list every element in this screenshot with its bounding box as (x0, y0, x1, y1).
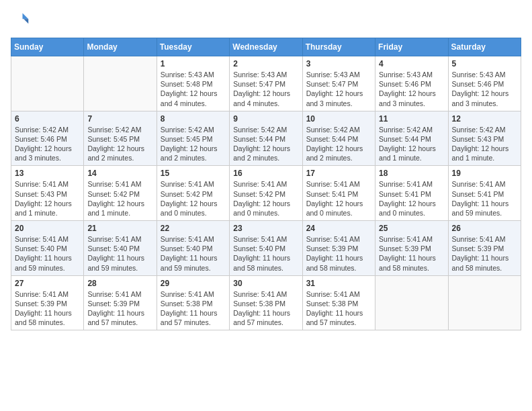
day-info: Sunrise: 5:43 AM Sunset: 5:48 PM Dayligh… (161, 70, 226, 108)
day-info: Sunrise: 5:42 AM Sunset: 5:44 PM Dayligh… (379, 125, 444, 163)
logo (11, 11, 32, 30)
calendar-cell: 21Sunrise: 5:41 AM Sunset: 5:40 PM Dayli… (84, 221, 157, 276)
svg-marker-0 (23, 13, 29, 19)
day-info: Sunrise: 5:43 AM Sunset: 5:47 PM Dayligh… (233, 70, 298, 108)
day-info: Sunrise: 5:41 AM Sunset: 5:38 PM Dayligh… (233, 289, 298, 328)
day-info: Sunrise: 5:41 AM Sunset: 5:39 PM Dayligh… (87, 289, 152, 328)
day-number: 10 (306, 114, 371, 124)
col-header-tuesday: Tuesday (157, 38, 229, 56)
day-info: Sunrise: 5:41 AM Sunset: 5:42 PM Dayligh… (233, 179, 298, 218)
day-info: Sunrise: 5:43 AM Sunset: 5:46 PM Dayligh… (379, 70, 444, 108)
day-info: Sunrise: 5:41 AM Sunset: 5:40 PM Dayligh… (233, 234, 298, 273)
day-number: 18 (379, 169, 444, 178)
day-info: Sunrise: 5:41 AM Sunset: 5:41 PM Dayligh… (379, 179, 444, 218)
day-number: 2 (233, 59, 298, 68)
day-number: 8 (161, 114, 226, 124)
calendar-cell (375, 275, 448, 330)
col-header-thursday: Thursday (302, 38, 375, 56)
calendar-cell: 29Sunrise: 5:41 AM Sunset: 5:38 PM Dayli… (157, 275, 229, 330)
day-info: Sunrise: 5:41 AM Sunset: 5:40 PM Dayligh… (87, 234, 152, 273)
calendar-cell: 24Sunrise: 5:41 AM Sunset: 5:39 PM Dayli… (302, 221, 375, 276)
calendar-cell: 15Sunrise: 5:41 AM Sunset: 5:42 PM Dayli… (157, 166, 229, 221)
calendar-cell: 11Sunrise: 5:42 AM Sunset: 5:44 PM Dayli… (375, 111, 448, 166)
day-number: 16 (233, 169, 298, 178)
calendar-cell: 27Sunrise: 5:41 AM Sunset: 5:39 PM Dayli… (11, 275, 84, 330)
day-number: 3 (306, 59, 371, 68)
day-number: 31 (306, 279, 371, 288)
calendar-cell: 18Sunrise: 5:41 AM Sunset: 5:41 PM Dayli… (375, 166, 448, 221)
day-info: Sunrise: 5:41 AM Sunset: 5:42 PM Dayligh… (161, 179, 226, 218)
day-info: Sunrise: 5:41 AM Sunset: 5:40 PM Dayligh… (15, 234, 80, 273)
calendar-cell: 10Sunrise: 5:42 AM Sunset: 5:44 PM Dayli… (302, 111, 375, 166)
day-number: 20 (15, 224, 80, 233)
calendar-cell: 30Sunrise: 5:41 AM Sunset: 5:38 PM Dayli… (230, 275, 302, 330)
day-number: 13 (15, 169, 80, 178)
day-info: Sunrise: 5:41 AM Sunset: 5:39 PM Dayligh… (15, 289, 80, 328)
day-number: 17 (306, 169, 371, 178)
calendar-header-row: SundayMondayTuesdayWednesdayThursdayFrid… (11, 38, 521, 56)
day-info: Sunrise: 5:41 AM Sunset: 5:38 PM Dayligh… (306, 289, 371, 328)
calendar-cell: 14Sunrise: 5:41 AM Sunset: 5:42 PM Dayli… (84, 166, 157, 221)
day-number: 12 (452, 114, 517, 124)
calendar-cell: 17Sunrise: 5:41 AM Sunset: 5:41 PM Dayli… (302, 166, 375, 221)
day-number: 25 (379, 224, 444, 233)
day-number: 14 (87, 169, 152, 178)
day-number: 6 (15, 114, 80, 124)
calendar-week-3: 13Sunrise: 5:41 AM Sunset: 5:43 PM Dayli… (11, 166, 521, 221)
day-number: 22 (161, 224, 226, 233)
calendar-cell: 7Sunrise: 5:42 AM Sunset: 5:45 PM Daylig… (84, 111, 157, 166)
calendar-cell: 8Sunrise: 5:42 AM Sunset: 5:45 PM Daylig… (157, 111, 229, 166)
day-number: 27 (15, 279, 80, 288)
calendar-cell: 25Sunrise: 5:41 AM Sunset: 5:39 PM Dayli… (375, 221, 448, 276)
day-info: Sunrise: 5:41 AM Sunset: 5:41 PM Dayligh… (306, 179, 371, 218)
col-header-friday: Friday (375, 38, 448, 56)
calendar-cell: 13Sunrise: 5:41 AM Sunset: 5:43 PM Dayli… (11, 166, 84, 221)
calendar-cell (84, 56, 157, 111)
day-number: 4 (379, 59, 444, 68)
day-info: Sunrise: 5:41 AM Sunset: 5:39 PM Dayligh… (452, 234, 517, 273)
calendar-cell: 28Sunrise: 5:41 AM Sunset: 5:39 PM Dayli… (84, 275, 157, 330)
calendar-cell: 3Sunrise: 5:43 AM Sunset: 5:47 PM Daylig… (302, 56, 375, 111)
calendar-cell: 2Sunrise: 5:43 AM Sunset: 5:47 PM Daylig… (230, 56, 302, 111)
calendar-table: SundayMondayTuesdayWednesdayThursdayFrid… (11, 38, 521, 330)
day-number: 28 (87, 279, 152, 288)
day-info: Sunrise: 5:41 AM Sunset: 5:39 PM Dayligh… (306, 234, 371, 273)
calendar-cell: 9Sunrise: 5:42 AM Sunset: 5:44 PM Daylig… (230, 111, 302, 166)
day-number: 21 (87, 224, 152, 233)
logo-icon (11, 11, 30, 30)
day-number: 19 (452, 169, 517, 178)
day-info: Sunrise: 5:41 AM Sunset: 5:43 PM Dayligh… (15, 179, 80, 218)
day-info: Sunrise: 5:41 AM Sunset: 5:42 PM Dayligh… (87, 179, 152, 218)
calendar-cell: 1Sunrise: 5:43 AM Sunset: 5:48 PM Daylig… (157, 56, 229, 111)
calendar-cell: 23Sunrise: 5:41 AM Sunset: 5:40 PM Dayli… (230, 221, 302, 276)
day-info: Sunrise: 5:43 AM Sunset: 5:46 PM Dayligh… (452, 70, 517, 108)
day-number: 15 (161, 169, 226, 178)
day-number: 9 (233, 114, 298, 124)
day-info: Sunrise: 5:41 AM Sunset: 5:39 PM Dayligh… (379, 234, 444, 273)
calendar-week-2: 6Sunrise: 5:42 AM Sunset: 5:46 PM Daylig… (11, 111, 521, 166)
day-info: Sunrise: 5:42 AM Sunset: 5:45 PM Dayligh… (161, 125, 226, 163)
day-info: Sunrise: 5:42 AM Sunset: 5:46 PM Dayligh… (15, 125, 80, 163)
calendar-cell: 4Sunrise: 5:43 AM Sunset: 5:46 PM Daylig… (375, 56, 448, 111)
day-number: 24 (306, 224, 371, 233)
page-header (11, 11, 521, 30)
day-number: 30 (233, 279, 298, 288)
day-info: Sunrise: 5:42 AM Sunset: 5:44 PM Dayligh… (306, 125, 371, 163)
day-info: Sunrise: 5:41 AM Sunset: 5:41 PM Dayligh… (452, 179, 517, 218)
calendar-cell (448, 275, 521, 330)
day-number: 1 (161, 59, 226, 68)
day-number: 26 (452, 224, 517, 233)
col-header-wednesday: Wednesday (230, 38, 302, 56)
calendar-cell: 20Sunrise: 5:41 AM Sunset: 5:40 PM Dayli… (11, 221, 84, 276)
col-header-saturday: Saturday (448, 38, 521, 56)
day-info: Sunrise: 5:42 AM Sunset: 5:45 PM Dayligh… (87, 125, 152, 163)
col-header-monday: Monday (84, 38, 157, 56)
day-info: Sunrise: 5:43 AM Sunset: 5:47 PM Dayligh… (306, 70, 371, 108)
day-info: Sunrise: 5:41 AM Sunset: 5:40 PM Dayligh… (161, 234, 226, 273)
calendar-cell: 5Sunrise: 5:43 AM Sunset: 5:46 PM Daylig… (448, 56, 521, 111)
calendar-cell: 22Sunrise: 5:41 AM Sunset: 5:40 PM Dayli… (157, 221, 229, 276)
calendar-cell: 16Sunrise: 5:41 AM Sunset: 5:42 PM Dayli… (230, 166, 302, 221)
day-number: 11 (379, 114, 444, 124)
calendar-week-4: 20Sunrise: 5:41 AM Sunset: 5:40 PM Dayli… (11, 221, 521, 276)
calendar-cell: 12Sunrise: 5:42 AM Sunset: 5:43 PM Dayli… (448, 111, 521, 166)
